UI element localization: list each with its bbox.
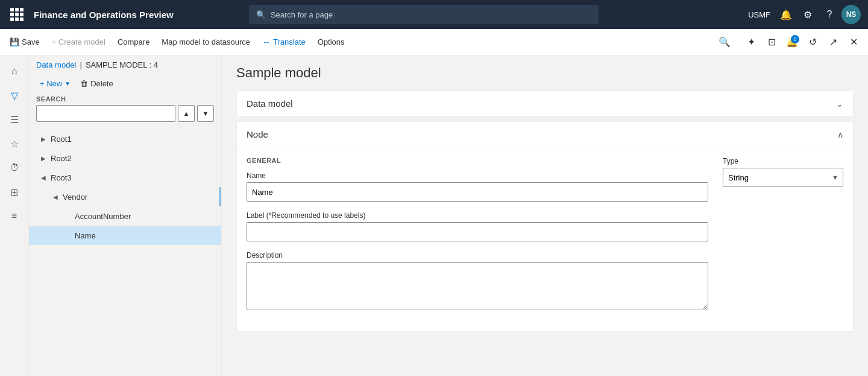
- user-company: USMF: [744, 10, 774, 19]
- refresh-button[interactable]: ↺: [803, 33, 822, 52]
- description-label: Description: [247, 251, 708, 260]
- translate-label: Translate: [273, 37, 306, 46]
- data-model-section: Data model ⌄: [236, 91, 854, 116]
- compare-button[interactable]: Compare: [113, 35, 154, 49]
- share-button[interactable]: ↗: [823, 33, 843, 52]
- new-button[interactable]: + New ▼: [36, 77, 74, 91]
- save-button[interactable]: 💾 Save: [5, 35, 45, 49]
- notifications-count-button[interactable]: 🔔 0: [782, 33, 802, 52]
- data-model-header[interactable]: Data model ⌄: [237, 91, 853, 116]
- clock-icon: ⏱: [10, 162, 19, 173]
- up-arrow-icon: ▲: [183, 110, 190, 117]
- tree-toggle[interactable]: ▶: [39, 153, 48, 163]
- delete-label: Delete: [90, 79, 113, 88]
- page-title: Sample model: [236, 65, 854, 81]
- breadcrumb: Data model | SAMPLE MODEL : 4: [29, 56, 221, 74]
- label-col: Label (*Recommended to use labels): [247, 211, 708, 241]
- data-model-chevron-icon: ⌄: [836, 99, 843, 109]
- avatar[interactable]: NS: [841, 5, 861, 24]
- node-chevron-icon: ∧: [837, 130, 843, 139]
- node-header[interactable]: Node ∧: [237, 122, 853, 147]
- list-icon: ≡: [11, 211, 17, 221]
- settings-button[interactable]: ⚙: [798, 5, 817, 24]
- tree-label: Vendor: [63, 193, 87, 202]
- tree-item[interactable]: ▶ Root2: [29, 148, 221, 168]
- close-button[interactable]: ✕: [844, 33, 863, 52]
- menu-icon: ☰: [10, 114, 19, 126]
- nav-menu-button[interactable]: ☰: [4, 109, 25, 130]
- personalize-button[interactable]: ✦: [741, 33, 761, 52]
- breadcrumb-link[interactable]: Data model: [36, 60, 76, 69]
- tree-item[interactable]: AccountNumber: [29, 206, 221, 226]
- left-panel-actions: + New ▼ 🗑 Delete: [29, 74, 221, 95]
- delete-button[interactable]: 🗑 Delete: [77, 77, 117, 91]
- tree-item-selected[interactable]: Name: [29, 226, 221, 245]
- nav-list-button[interactable]: ≡: [4, 205, 25, 227]
- description-row: Description: [247, 251, 708, 312]
- options-button[interactable]: Options: [313, 35, 350, 49]
- type-select[interactable]: String Integer Real Boolean Date DateTim…: [723, 168, 843, 187]
- top-navigation: Finance and Operations Preview 🔍 Search …: [0, 0, 868, 29]
- top-nav-right: USMF 🔔 ⚙ ? NS: [744, 5, 861, 24]
- tree-toggle[interactable]: ◀: [51, 192, 60, 202]
- tree-label: Root1: [51, 135, 72, 144]
- label-label: Label (*Recommended to use labels): [247, 211, 708, 220]
- notifications-button[interactable]: 🔔: [776, 5, 796, 24]
- description-textarea[interactable]: [247, 262, 708, 310]
- fullscreen-button[interactable]: ⊡: [762, 33, 781, 52]
- down-arrow-icon: ▼: [203, 110, 209, 117]
- tree-item[interactable]: ▶ Root1: [29, 129, 221, 148]
- nav-recent-button[interactable]: ⏱: [4, 157, 25, 179]
- tree-toggle[interactable]: ◀: [39, 173, 48, 182]
- nav-workspace-button[interactable]: ⊞: [4, 181, 25, 203]
- breadcrumb-separator: |: [80, 60, 81, 69]
- map-button[interactable]: Map model to datasource: [157, 35, 255, 49]
- tree-item[interactable]: ◀ Root3: [29, 168, 221, 187]
- label-input[interactable]: [247, 222, 708, 241]
- name-row: Name: [247, 171, 708, 202]
- nav-filter-button[interactable]: ▽: [4, 84, 25, 106]
- tree-label: AccountNumber: [75, 212, 131, 221]
- nav-home-button[interactable]: ⌂: [4, 60, 25, 82]
- tree-label: Name: [75, 231, 96, 240]
- node-left-column: GENERAL Name Label (*Recommended to use …: [247, 157, 708, 322]
- tree-area: ▶ Root1 ▶ Root2 ◀ Root3 ◀ Vendor A: [29, 127, 221, 376]
- create-model-button[interactable]: + Create model: [47, 35, 110, 49]
- resize-handle[interactable]: [219, 187, 221, 206]
- tree-item[interactable]: ◀ Vendor: [29, 187, 221, 206]
- node-form-wrapper: GENERAL Name Label (*Recommended to use …: [247, 157, 843, 322]
- search-input[interactable]: [36, 105, 175, 122]
- type-select-wrapper: String Integer Real Boolean Date DateTim…: [723, 168, 843, 187]
- search-next-button[interactable]: ▼: [197, 105, 214, 122]
- type-row: Type String Integer Real Boolean Date Da…: [723, 157, 843, 187]
- save-icon: 💾: [10, 37, 19, 46]
- tree-label: Root2: [51, 154, 72, 163]
- help-button[interactable]: ?: [820, 5, 839, 24]
- toolbar-right-icons: ✦ ⊡ 🔔 0 ↺ ↗ ✕: [741, 33, 863, 52]
- tree-toggle[interactable]: ▶: [39, 134, 48, 144]
- name-input[interactable]: [247, 182, 708, 202]
- toolbar-search-button[interactable]: 🔍: [715, 33, 734, 52]
- search-prev-button[interactable]: ▲: [178, 105, 195, 122]
- node-right-column: Type String Integer Real Boolean Date Da…: [723, 157, 843, 322]
- name-col: Name: [247, 171, 708, 202]
- side-navigation: ⌂ ▽ ☰ ☆ ⏱ ⊞ ≡: [0, 56, 29, 376]
- name-label: Name: [247, 171, 708, 180]
- delete-icon: 🗑: [80, 79, 88, 88]
- grid-menu-button[interactable]: [7, 5, 27, 24]
- create-model-label: + Create model: [52, 37, 105, 46]
- translate-icon: ↔: [262, 37, 271, 47]
- save-label: Save: [22, 37, 40, 46]
- translate-button[interactable]: ↔ Translate: [257, 35, 310, 49]
- type-col: Type String Integer Real Boolean Date Da…: [723, 157, 843, 187]
- node-body: GENERAL Name Label (*Recommended to use …: [237, 147, 853, 331]
- notification-badge: 0: [791, 35, 799, 43]
- new-label: + New: [40, 79, 62, 88]
- data-model-title: Data model: [247, 98, 293, 109]
- global-search[interactable]: 🔍 Search for a page: [249, 5, 599, 24]
- node-section: Node ∧ GENERAL Name: [236, 121, 854, 332]
- toolbar: 💾 Save + Create model Compare Map model …: [0, 29, 868, 56]
- new-chevron-icon: ▼: [64, 80, 71, 87]
- filter-icon: ▽: [11, 90, 18, 101]
- nav-favorites-button[interactable]: ☆: [4, 133, 25, 155]
